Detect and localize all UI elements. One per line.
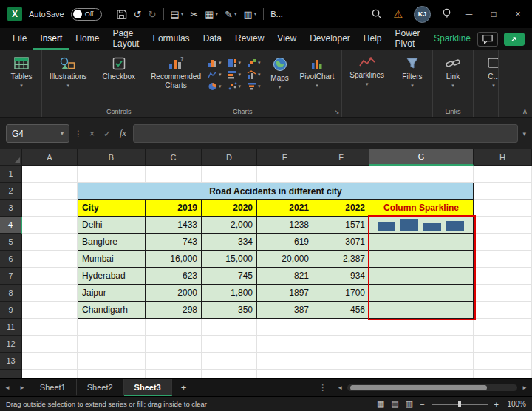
cell[interactable] xyxy=(257,319,313,336)
save-button[interactable] xyxy=(116,9,127,20)
cell-value[interactable]: 2,000 xyxy=(202,217,257,234)
cell[interactable] xyxy=(202,370,257,378)
tab-page-layout[interactable]: Page Layout xyxy=(106,28,146,50)
cell[interactable] xyxy=(22,285,78,302)
cell[interactable] xyxy=(146,336,202,353)
illustrations-button[interactable]: Illustrations ▾ xyxy=(46,54,91,91)
row-header-7[interactable]: 7 xyxy=(0,268,22,285)
select-all-corner[interactable] xyxy=(0,149,22,166)
sparklines-button[interactable]: Sparklines ▾ xyxy=(346,54,388,89)
column-header-B[interactable]: B xyxy=(78,149,146,166)
add-sheet-button[interactable]: + xyxy=(172,379,196,396)
cell[interactable] xyxy=(257,166,313,183)
row-header-11[interactable]: 11 xyxy=(0,319,22,336)
share-button[interactable] xyxy=(504,33,525,46)
cell[interactable] xyxy=(369,353,474,370)
cell-value[interactable]: 1897 xyxy=(257,285,313,302)
picture-button[interactable]: ▦▾ xyxy=(205,9,218,20)
cell-value[interactable]: 821 xyxy=(257,268,313,285)
cell[interactable] xyxy=(369,319,474,336)
search-button[interactable] xyxy=(371,8,382,21)
cell[interactable] xyxy=(257,336,313,353)
sheet-nav-right-icon[interactable]: ► xyxy=(15,379,30,396)
cell[interactable] xyxy=(22,234,78,251)
column-header-C[interactable]: C xyxy=(146,149,202,166)
cell-value[interactable]: 2000 xyxy=(146,285,202,302)
insert-waterfall-chart-button[interactable]: ▾ xyxy=(247,58,261,67)
view-normal-button[interactable]: ▦ xyxy=(377,399,384,409)
cell[interactable] xyxy=(369,285,474,302)
view-page-break-button[interactable]: ▥ xyxy=(406,399,413,409)
cell[interactable] xyxy=(22,200,78,217)
enter-entry-button[interactable]: ✓ xyxy=(101,129,113,139)
header-2019[interactable]: 2019 xyxy=(146,200,202,217)
cell[interactable] xyxy=(313,319,369,336)
cell[interactable] xyxy=(474,319,532,336)
cell[interactable] xyxy=(202,166,257,183)
tab-formulas[interactable]: Formulas xyxy=(146,28,197,50)
header-2022[interactable]: 2022 xyxy=(313,200,369,217)
scroll-left-icon[interactable]: ◄ xyxy=(332,379,347,396)
name-box[interactable]: G4 ▾ xyxy=(6,124,69,143)
cell[interactable] xyxy=(22,183,78,200)
row-header-8[interactable]: 8 xyxy=(0,285,22,302)
tables-button[interactable]: Tables ▾ xyxy=(5,54,38,91)
cell-value[interactable]: 350 xyxy=(202,302,257,319)
insert-funnel-chart-button[interactable]: ▾ xyxy=(247,82,261,91)
cell[interactable] xyxy=(78,319,146,336)
zoom-out-button[interactable]: − xyxy=(420,400,424,409)
cell-value[interactable]: 619 xyxy=(257,234,313,251)
cell[interactable] xyxy=(369,268,474,285)
minimize-button[interactable]: ─ xyxy=(463,9,476,19)
cell[interactable] xyxy=(22,302,78,319)
tab-data[interactable]: Data xyxy=(197,28,228,50)
insert-column-chart-button[interactable]: ▾ xyxy=(208,58,222,67)
cell[interactable] xyxy=(22,251,78,268)
cell[interactable] xyxy=(257,370,313,378)
recommended-charts-button[interactable]: ? Recommended Charts xyxy=(147,54,205,92)
cell-value[interactable]: 334 xyxy=(202,234,257,251)
tab-help[interactable]: Help xyxy=(357,28,389,50)
cell-city[interactable]: Jaipur xyxy=(78,285,146,302)
maps-button[interactable]: Maps ▾ xyxy=(264,54,296,92)
insert-line-chart-button[interactable]: ▾ xyxy=(208,70,222,79)
header-2021[interactable]: 2021 xyxy=(257,200,313,217)
cell-value[interactable]: 1571 xyxy=(313,217,369,234)
cell[interactable] xyxy=(474,217,532,234)
header-column-sparkline[interactable]: Column Sparkline xyxy=(369,200,474,217)
cell[interactable] xyxy=(22,217,78,234)
row-header-2[interactable]: 2 xyxy=(0,183,22,200)
cell-value[interactable]: 1238 xyxy=(257,217,313,234)
cell[interactable] xyxy=(22,336,78,353)
cell[interactable] xyxy=(146,353,202,370)
cell-value[interactable]: 387 xyxy=(257,302,313,319)
cell[interactable] xyxy=(22,268,78,285)
formula-input[interactable] xyxy=(133,124,519,143)
cell[interactable] xyxy=(313,336,369,353)
tab-power-pivot[interactable]: Power Pivot xyxy=(389,28,427,50)
zoom-level[interactable]: 100% xyxy=(505,400,526,408)
row-header-1[interactable]: 1 xyxy=(0,166,22,183)
cell[interactable] xyxy=(22,319,78,336)
cell[interactable] xyxy=(369,336,474,353)
warning-icon[interactable]: ⚠ xyxy=(393,8,403,20)
cell[interactable] xyxy=(369,166,474,183)
close-button[interactable]: × xyxy=(511,9,525,19)
row-header-9[interactable]: 9 xyxy=(0,302,22,319)
table-title-cell[interactable]: Road Accidents in different city xyxy=(78,183,474,200)
cell[interactable] xyxy=(474,370,532,378)
cell-value[interactable]: 623 xyxy=(146,268,202,285)
cell-city[interactable]: Chandigarh xyxy=(78,302,146,319)
cell-value[interactable]: 745 xyxy=(202,268,257,285)
cell[interactable] xyxy=(474,353,532,370)
tab-view[interactable]: View xyxy=(270,28,303,50)
cell-value[interactable]: 743 xyxy=(146,234,202,251)
cell[interactable] xyxy=(474,336,532,353)
tab-insert[interactable]: Insert xyxy=(33,28,69,50)
lightbulb-button[interactable] xyxy=(442,8,451,21)
cell[interactable] xyxy=(78,336,146,353)
cell-value[interactable]: 1433 xyxy=(146,217,202,234)
cell[interactable] xyxy=(202,353,257,370)
cell[interactable] xyxy=(313,370,369,378)
cell[interactable] xyxy=(474,251,532,268)
